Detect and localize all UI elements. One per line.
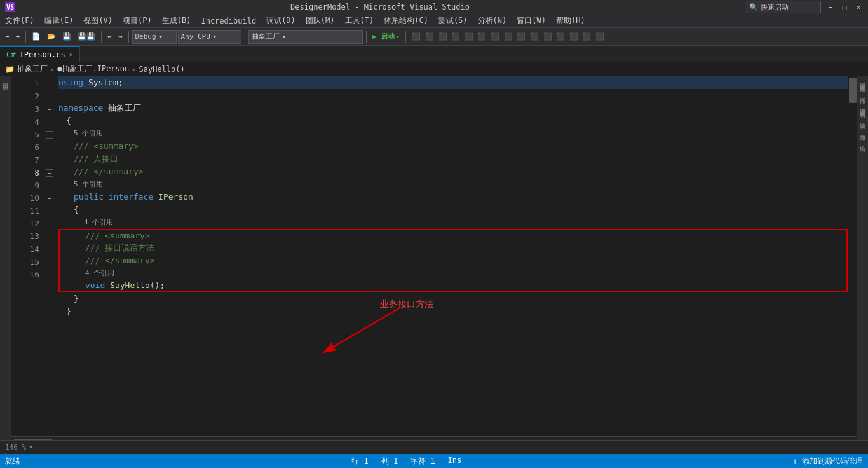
- line-num-1: 1: [11, 78, 39, 90]
- line-num-11: 11: [11, 205, 39, 217]
- line-display-9[interactable]: {: [58, 203, 848, 216]
- line-num-9: 9: [11, 179, 39, 192]
- code-content-area[interactable]: using System; namespace 抽象工厂 { 5 个引用: [56, 76, 848, 440]
- toolbar-extra-btns: ⬛ ⬛ ⬛ ⬛ ⬛ ⬛ ⬛ ⬛ ⬛ ⬛ ⬛ ⬛ ⬛ ⬛ ⬛: [409, 30, 607, 44]
- menu-debug[interactable]: 调试(D): [261, 14, 301, 27]
- menu-file[interactable]: 文件(F): [0, 14, 39, 27]
- fold-icon-5[interactable]: −: [46, 131, 53, 139]
- fold-row-13: [44, 230, 56, 243]
- debug-config-dropdown[interactable]: Debug ▾: [132, 30, 177, 44]
- breadcrumb-file[interactable]: 抽象工厂: [17, 64, 48, 74]
- right-sidebar-label4[interactable]: 错误: [858, 118, 867, 120]
- fold-row-3[interactable]: −: [44, 103, 56, 116]
- ref-display-before10: 4 个引用: [58, 216, 848, 229]
- toolbar: ⬅ ➡ 📄 📂 💾 💾💾 ↩ ↪ Debug ▾ Any CPU ▾ 抽象工厂 …: [0, 28, 868, 46]
- sep4: [245, 31, 245, 43]
- menu-analyze[interactable]: 分析(N): [473, 14, 512, 27]
- line-display-3[interactable]: namespace 抽象工厂: [58, 102, 848, 114]
- menu-view[interactable]: 视图(V): [78, 14, 118, 27]
- right-sidebar-label2[interactable]: 属性: [858, 93, 867, 94]
- ref-display-before8: 5 个引用: [58, 178, 848, 191]
- menu-incredibuild[interactable]: Incredibuild: [196, 14, 261, 27]
- zoom-control[interactable]: 146 % ▾: [0, 440, 38, 454]
- menu-test[interactable]: 测试(S): [433, 14, 473, 27]
- project-arrow: ▾: [282, 32, 287, 41]
- line-display-6[interactable]: /// 人接口: [58, 153, 848, 165]
- menu-help[interactable]: 帮助(H): [551, 14, 590, 27]
- dropdown-arrow: ▾: [159, 32, 163, 41]
- menu-project[interactable]: 项目(P): [118, 14, 157, 27]
- right-sidebar-label6[interactable]: 输出: [858, 141, 867, 142]
- start-button[interactable]: ▶ 启动 ▾: [370, 30, 403, 44]
- close-button[interactable]: ×: [854, 3, 863, 11]
- line-display-10[interactable]: /// <summary>: [58, 229, 848, 242]
- menu-team[interactable]: 团队(M): [301, 14, 340, 27]
- breadcrumb-icon: 📁: [5, 65, 15, 74]
- status-char: 字符 1: [410, 456, 435, 467]
- line-display-1[interactable]: using System;: [58, 76, 848, 89]
- forward-button[interactable]: ➡: [13, 30, 23, 44]
- right-sidebar-label[interactable]: 团窗口管理器: [858, 79, 867, 83]
- quick-launch-label: 快速启动: [761, 3, 789, 12]
- maximize-button[interactable]: □: [840, 3, 849, 11]
- line-display-8[interactable]: public interface IPerson: [58, 191, 848, 203]
- redo-btn[interactable]: ↪: [116, 30, 125, 44]
- fold-row-8[interactable]: −: [44, 167, 56, 179]
- back-button[interactable]: ⬅: [3, 30, 12, 44]
- menu-edit[interactable]: 编辑(E): [39, 14, 79, 27]
- scroll-thumb[interactable]: [849, 78, 857, 103]
- line-display-12[interactable]: /// </summary>: [58, 254, 848, 267]
- quick-launch-box[interactable]: 🔍 快速启动: [745, 1, 821, 13]
- menu-build[interactable]: 生成(B): [157, 14, 196, 27]
- status-right: ↑ 添加到源代码管理: [793, 456, 863, 467]
- open-btn[interactable]: 📂: [44, 30, 58, 44]
- code-display: using System; namespace 抽象工厂 { 5 个引用: [56, 76, 848, 440]
- right-sidebar-label3[interactable]: 调用层次结构: [858, 104, 867, 108]
- breadcrumb-member[interactable]: SayHello(): [139, 65, 185, 74]
- line-display-13[interactable]: void SayHello ();: [58, 280, 848, 292]
- sep2: [101, 31, 102, 43]
- line-display-16[interactable]: [58, 318, 848, 331]
- breadcrumb-namespace[interactable]: ●抽象工厂.IPerson: [57, 64, 129, 74]
- code-editor[interactable]: 1 2 3 4 5 6 7 8 9 10 11 12 13 14 15 16 −: [11, 76, 857, 440]
- line-display-4[interactable]: {: [58, 114, 848, 127]
- right-sidebar-label5[interactable]: 添加: [858, 130, 867, 131]
- line-display-5[interactable]: /// <summary>: [58, 140, 848, 153]
- minimize-button[interactable]: −: [826, 3, 835, 11]
- line-display-7[interactable]: /// </summary>: [58, 165, 848, 178]
- save-btn[interactable]: 💾: [60, 30, 74, 44]
- menu-arch[interactable]: 体系结构(C): [379, 14, 433, 27]
- platform-label: Any CPU: [181, 32, 210, 41]
- zoom-down-btn[interactable]: ▾: [29, 443, 33, 451]
- output-panel: 输出: [0, 440, 868, 454]
- undo-btn[interactable]: ↩: [105, 30, 114, 44]
- vertical-scrollbar[interactable]: [848, 76, 857, 440]
- fold-row-5[interactable]: −: [44, 128, 56, 141]
- title-bar-left: VS: [5, 2, 15, 12]
- line-num-2: 2: [11, 90, 39, 103]
- status-col: 列 1: [381, 456, 398, 467]
- tab-label: IPerson.cs: [19, 50, 65, 59]
- fold-icon-3[interactable]: −: [46, 106, 53, 113]
- menu-tools[interactable]: 工具(T): [340, 14, 379, 27]
- tab-iperson[interactable]: C# IPerson.cs ✕: [0, 46, 80, 62]
- line-num-6: 6: [11, 141, 39, 154]
- fold-row-7: [44, 154, 56, 167]
- line-num-15: 15: [11, 256, 39, 268]
- tab-close-btn[interactable]: ✕: [69, 51, 73, 58]
- line-display-11[interactable]: /// 接口说话方法: [58, 242, 848, 254]
- status-git[interactable]: ↑ 添加到源代码管理: [793, 456, 863, 467]
- line-display-2[interactable]: [58, 89, 848, 102]
- fold-row-10[interactable]: −: [44, 192, 56, 205]
- fold-icon-10[interactable]: −: [46, 195, 53, 202]
- line-display-14[interactable]: }: [58, 292, 848, 305]
- line-display-15[interactable]: }: [58, 305, 848, 318]
- save-all-btn[interactable]: 💾💾: [75, 30, 98, 44]
- menu-window[interactable]: 窗口(W): [512, 14, 551, 27]
- fold-icon-8[interactable]: −: [46, 169, 53, 177]
- right-sidebar: 团窗口管理器 属性 调用层次结构 错误 添加 输出: [857, 76, 868, 440]
- new-file-btn[interactable]: 📄: [29, 30, 43, 44]
- platform-dropdown[interactable]: Any CPU ▾: [178, 30, 241, 44]
- line-num-12: 12: [11, 217, 39, 230]
- project-dropdown[interactable]: 抽象工厂 ▾: [248, 30, 363, 44]
